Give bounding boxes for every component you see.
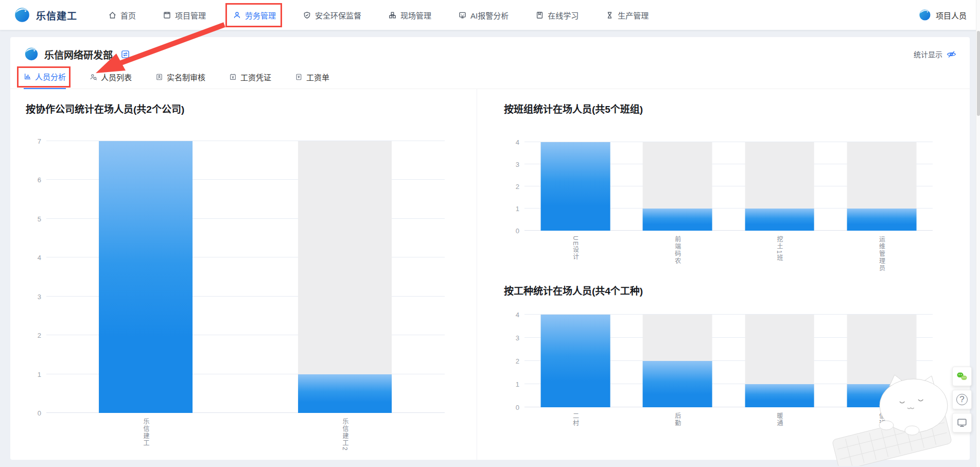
bar[interactable] xyxy=(99,141,193,413)
wechat-icon xyxy=(956,372,968,382)
nav-item-label: AI报警分析 xyxy=(470,10,509,21)
y-axis-tick: 1 xyxy=(28,370,41,378)
department: 乐信网络研发部 xyxy=(24,46,130,62)
nav-item-ai-alarm-analysis[interactable]: AI报警分析 xyxy=(458,10,509,21)
bar[interactable] xyxy=(643,361,712,407)
bar[interactable] xyxy=(847,209,916,231)
nav-item-label: 在线学习 xyxy=(548,10,579,21)
y-axis-tick: 1 xyxy=(506,380,519,388)
production-icon xyxy=(605,11,614,20)
y-axis-tick: 7 xyxy=(28,137,41,145)
site-icon xyxy=(388,11,397,20)
bar[interactable] xyxy=(643,209,712,231)
bar-chart-icon xyxy=(24,73,31,80)
chart-by-team: 按班组统计在场人员(共5个班组) 01234 UE设计前端码农挖土1班运维管理员 xyxy=(504,101,947,280)
nav-items: 首页 项目管理 劳务管理 安全环保监督 现场管理 AI报警分析 在线学习 xyxy=(108,10,649,21)
brand[interactable]: 乐信建工 xyxy=(13,6,100,24)
y-axis-tick: 3 xyxy=(506,334,519,342)
payslip-icon xyxy=(295,73,303,81)
nav-item-label: 项目管理 xyxy=(175,10,206,21)
switch-project-button[interactable] xyxy=(121,50,130,59)
switch-icon xyxy=(121,50,130,59)
bar[interactable] xyxy=(298,374,392,413)
bar-slot xyxy=(626,142,728,231)
tab-personnel-analysis[interactable]: 人员分析 xyxy=(24,71,66,89)
home-icon xyxy=(108,11,117,20)
tab-real-name-audit[interactable]: 实名制审核 xyxy=(155,72,205,89)
scrollbar-thumb[interactable] xyxy=(977,31,980,116)
bar[interactable] xyxy=(541,315,610,407)
bar-slot xyxy=(524,142,626,231)
shield-icon xyxy=(303,11,311,20)
nav-item-labor-management[interactable]: 劳务管理 xyxy=(233,10,276,21)
top-navigation: 乐信建工 首页 项目管理 劳务管理 安全环保监督 现场管理 AI报警分析 xyxy=(0,0,980,30)
nav-item-label: 劳务管理 xyxy=(245,10,276,21)
tab-label: 工资单 xyxy=(306,72,329,82)
y-axis-tick: 0 xyxy=(506,227,519,235)
person-search-icon xyxy=(90,73,97,81)
chart-plot: 01234 xyxy=(524,142,933,231)
brand-logo-icon xyxy=(13,6,31,24)
y-axis-tick: 0 xyxy=(28,409,41,417)
bar-slot xyxy=(46,141,246,413)
help-button[interactable]: ? xyxy=(952,390,972,409)
bar[interactable] xyxy=(745,209,814,231)
y-axis-tick: 5 xyxy=(28,215,41,222)
ai-alarm-icon xyxy=(458,11,467,20)
chart-plot: 01234567 xyxy=(46,141,445,413)
user-menu[interactable]: 项目人员 xyxy=(918,8,967,22)
tab-label: 人员分析 xyxy=(35,71,66,82)
y-axis-tick: 4 xyxy=(506,139,519,146)
y-axis-tick: 6 xyxy=(28,176,41,184)
tab-label: 人员列表 xyxy=(101,72,132,82)
bar[interactable] xyxy=(541,142,610,231)
main-card: 乐信网络研发部 统计显示 人员分析 xyxy=(10,37,970,460)
nav-item-production-management[interactable]: 生产管理 xyxy=(605,10,649,21)
bar[interactable] xyxy=(745,384,814,407)
scrollbar[interactable] xyxy=(976,0,980,467)
bar-slot xyxy=(524,315,626,407)
nav-item-project-management[interactable]: 项目管理 xyxy=(163,10,206,21)
nav-item-label: 安全环保监督 xyxy=(315,10,361,21)
screen-share-button[interactable] xyxy=(952,413,972,433)
chart-x-labels: 乐信建工乐信建工2 xyxy=(46,413,445,458)
y-axis-tick: 1 xyxy=(506,205,519,213)
card-header: 乐信网络研发部 统计显示 xyxy=(10,37,970,66)
online-learning-icon xyxy=(535,11,544,20)
brand-name: 乐信建工 xyxy=(36,8,77,22)
wechat-button[interactable] xyxy=(952,367,972,386)
x-axis-label: 暖通 xyxy=(728,407,830,443)
screen-share-icon xyxy=(956,418,968,428)
project-icon xyxy=(163,11,171,20)
x-axis-label: 乐信建工2 xyxy=(246,413,445,458)
nav-item-home[interactable]: 首页 xyxy=(108,10,136,21)
x-axis-label: 二村 xyxy=(524,407,626,443)
help-icon: ? xyxy=(956,394,968,405)
x-axis-label: 后勤 xyxy=(626,407,728,443)
y-axis-tick: 2 xyxy=(28,332,41,339)
tab-label: 工资凭证 xyxy=(240,72,271,82)
y-axis-tick: 3 xyxy=(506,161,519,168)
nav-item-label: 生产管理 xyxy=(618,10,649,21)
company-chart-panel: 按协作公司统计在场人员(共2个公司) 01234567 乐信建工乐信建工2 xyxy=(10,89,477,460)
page-content: 乐信网络研发部 统计显示 人员分析 xyxy=(0,30,976,467)
stats-display-toggle[interactable]: 统计显示 xyxy=(914,49,956,59)
tab-payslip[interactable]: 工资单 xyxy=(295,72,329,89)
y-axis-tick: 3 xyxy=(28,292,41,300)
nav-item-label: 现场管理 xyxy=(400,10,431,21)
nav-item-online-learning[interactable]: 在线学习 xyxy=(535,10,579,21)
tab-salary-voucher[interactable]: 工资凭证 xyxy=(229,72,271,89)
bar-background-band xyxy=(298,141,392,413)
stats-display-label: 统计显示 xyxy=(914,49,942,59)
tab-bar: 人员分析 人员列表 实名制审核 工资凭证 xyxy=(10,66,970,89)
chart-x-labels: UE设计前端码农挖土1班运维管理员 xyxy=(524,231,933,280)
department-name: 乐信网络研发部 xyxy=(44,47,113,61)
nav-item-safety-supervision[interactable]: 安全环保监督 xyxy=(303,10,361,21)
salary-voucher-icon xyxy=(229,73,237,81)
x-axis-label: 运维管理员 xyxy=(831,231,933,280)
tab-personnel-list[interactable]: 人员列表 xyxy=(90,72,132,89)
department-logo-icon xyxy=(24,46,39,62)
eye-off-icon xyxy=(947,50,956,58)
user-avatar-logo-icon xyxy=(918,8,932,22)
nav-item-site-management[interactable]: 现场管理 xyxy=(388,10,431,21)
